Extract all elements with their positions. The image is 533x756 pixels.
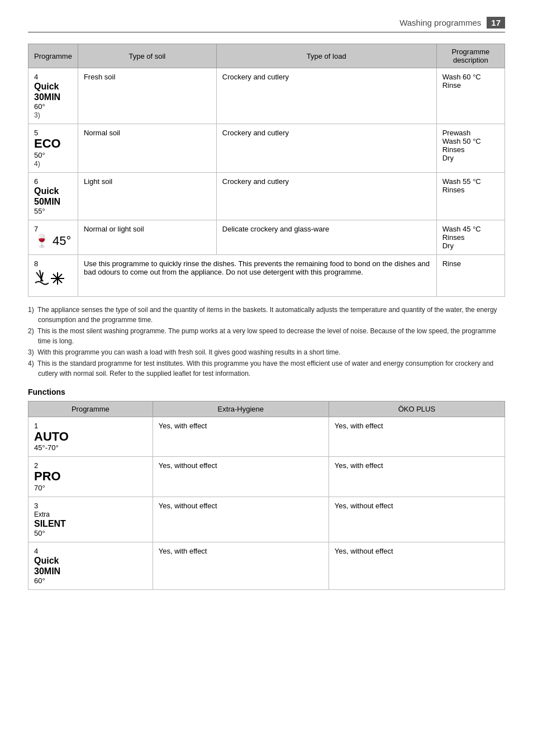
col-type-of-load: Type of load	[216, 44, 436, 68]
soil-cell: Normal or light soil	[78, 220, 216, 254]
table-row: 8	[28, 254, 505, 296]
table-row: 1 AUTO 45°-70° Yes, with effect Yes, wit…	[28, 417, 505, 457]
prog-footnote: 4)	[34, 160, 40, 168]
prog-number: 4	[34, 73, 38, 81]
programme-cell: 4 Quick30MIN 60° 3)	[28, 68, 78, 124]
prog-name: AUTO	[34, 429, 69, 443]
desc-cell: Wash 55 °CRinses	[436, 172, 505, 220]
func-programme-cell: 2 PRO 70°	[28, 457, 153, 497]
prog-footnote: 3)	[34, 111, 40, 119]
functions-title: Functions	[28, 388, 505, 396]
page-title: Washing programmes	[399, 18, 481, 27]
footnote-1: 1) The appliance senses the type of soil…	[28, 305, 505, 325]
prog-name: Quick30MIN	[34, 556, 60, 576]
glass-icon: 🍷 45°	[34, 234, 71, 248]
table-row: 4 Quick30MIN 60° 3) Fresh soil Crockery …	[28, 68, 505, 124]
prog-deg: 60°	[34, 577, 45, 585]
footnote-2: 2) This is the most silent washing progr…	[28, 326, 505, 346]
prog-number: 5	[34, 129, 38, 137]
soil-cell: Light soil	[78, 172, 216, 220]
prog-deg: 60°	[34, 102, 45, 111]
extra-hygiene-cell: Yes, without effect	[153, 497, 329, 542]
desc-cell: Wash 60 °CRinse	[436, 68, 505, 124]
page-number: 17	[487, 17, 505, 29]
programme-cell: 5 ECO 50° 4)	[28, 124, 78, 172]
rinse-icon	[34, 276, 68, 291]
func-programme-cell: 4 Quick30MIN 60°	[28, 542, 153, 589]
soil-cell: Fresh soil	[78, 68, 216, 124]
prog-name: Quick30MIN	[34, 82, 60, 102]
functions-table: Programme Extra-Hygiene ÖKO PLUS 1 AUTO …	[28, 401, 505, 590]
table-row: 3 Extra SILENT 50° Yes, without effect Y…	[28, 497, 505, 542]
oko-plus-cell: Yes, with effect	[329, 417, 505, 457]
extra-hygiene-cell: Yes, with effect	[153, 417, 329, 457]
table-row: 7 🍷 45° Normal or light soil Delicate cr…	[28, 220, 505, 254]
page-header: Washing programmes 17	[28, 17, 505, 32]
prog-deg: 45°-70°	[34, 443, 59, 452]
programme-cell: 7 🍷 45°	[28, 220, 78, 254]
programme-cell: 8	[28, 254, 78, 296]
prog-deg: 50°	[34, 151, 45, 159]
desc-cell: Rinse	[436, 254, 505, 296]
load-cell: Crockery and cutlery	[216, 172, 436, 220]
table-row: 6 Quick50MIN 55° Light soil Crockery and…	[28, 172, 505, 220]
prog-number: 7	[34, 225, 38, 233]
load-cell: Delicate crockery and glass-ware	[216, 220, 436, 254]
prog-name-small: Extra	[34, 511, 50, 518]
col-type-of-soil: Type of soil	[78, 44, 216, 68]
extra-hygiene-cell: Yes, without effect	[153, 457, 329, 497]
soil-desc-cell: Use this programme to quickly rinse the …	[78, 254, 436, 296]
footnotes-section: 1) The appliance senses the type of soil…	[28, 305, 505, 379]
prog-name: ECO	[34, 136, 61, 150]
func-col-extra-hygiene: Extra-Hygiene	[153, 401, 329, 417]
func-col-programme: Programme	[28, 401, 153, 417]
table-row: 2 PRO 70° Yes, without effect Yes, with …	[28, 457, 505, 497]
prog-number: 8	[34, 259, 38, 268]
prog-name: PRO	[34, 469, 61, 483]
prog-deg: 70°	[34, 484, 45, 492]
load-cell: Crockery and cutlery	[216, 124, 436, 172]
oko-plus-cell: Yes, without effect	[329, 542, 505, 589]
footnote-4: 4) This is the standard programme for te…	[28, 358, 505, 379]
col-description: Programme description	[436, 44, 505, 68]
prog-name: SILENT	[34, 519, 66, 528]
func-programme-cell: 1 AUTO 45°-70°	[28, 417, 153, 457]
prog-number: 1	[34, 422, 38, 430]
soil-cell: Normal soil	[78, 124, 216, 172]
func-programme-cell: 3 Extra SILENT 50°	[28, 497, 153, 542]
load-cell: Crockery and cutlery	[216, 68, 436, 124]
prog-name: Quick50MIN	[34, 186, 60, 206]
prog-number: 4	[34, 547, 38, 555]
prog-number: 2	[34, 461, 38, 470]
oko-plus-cell: Yes, with effect	[329, 457, 505, 497]
oko-plus-cell: Yes, without effect	[329, 497, 505, 542]
prog-deg: 55°	[34, 207, 45, 215]
footnote-3: 3) With this programme you can wash a lo…	[28, 347, 505, 357]
programme-cell: 6 Quick50MIN 55°	[28, 172, 78, 220]
washing-programmes-table: Programme Type of soil Type of load Prog…	[28, 44, 505, 297]
col-programme: Programme	[28, 44, 78, 68]
desc-cell: Wash 45 °CRinsesDry	[436, 220, 505, 254]
table-row: 4 Quick30MIN 60° Yes, with effect Yes, w…	[28, 542, 505, 589]
prog-number: 3	[34, 502, 38, 510]
extra-hygiene-cell: Yes, with effect	[153, 542, 329, 589]
func-col-oko-plus: ÖKO PLUS	[329, 401, 505, 417]
rinse-svg	[34, 268, 68, 288]
table-row: 5 ECO 50° 4) Normal soil Crockery and cu…	[28, 124, 505, 172]
prog-number: 6	[34, 177, 38, 186]
prog-deg: 50°	[34, 529, 45, 537]
desc-cell: PrewashWash 50 °CRinsesDry	[436, 124, 505, 172]
